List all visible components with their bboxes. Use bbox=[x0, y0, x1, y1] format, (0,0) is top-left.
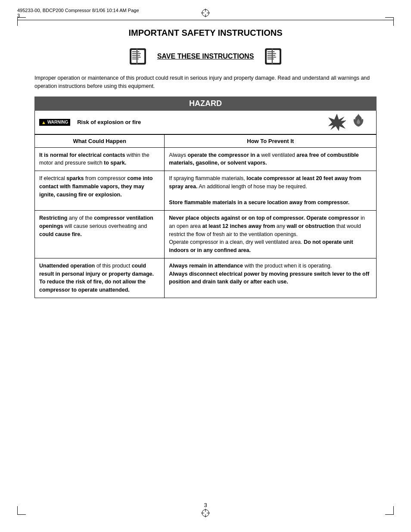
cell-bold: wall or obstruction bbox=[286, 223, 335, 229]
table-cell: Restricting any of the compressor ventil… bbox=[35, 211, 165, 258]
table-cell: Always operate the compressor in a well … bbox=[165, 147, 377, 171]
cell-bold: at least 12 inches away from bbox=[202, 223, 275, 229]
save-text: SAVE THESE INSTRUCTIONS bbox=[157, 53, 254, 60]
svg-rect-20 bbox=[272, 49, 273, 65]
header-left-text: 495233-00, BDCP200 Compressor 8/1/06 10:… bbox=[17, 8, 143, 18]
cell-bold: Always disconnect electrical power by mo… bbox=[169, 271, 369, 285]
explosion-icon bbox=[328, 113, 346, 131]
warning-text: Risk of explosion or fire bbox=[77, 119, 141, 125]
table-row: Unattended operation of this product cou… bbox=[35, 258, 377, 298]
warning-label: WARNING bbox=[47, 120, 68, 124]
cell-bold: Always remain in attendance bbox=[169, 263, 243, 269]
page: 495233-00, BDCP200 Compressor 8/1/06 10:… bbox=[0, 0, 411, 532]
warning-triangle-icon: ▲ bbox=[41, 120, 46, 125]
svg-rect-10 bbox=[132, 57, 140, 58]
cell-bold: come into contact with flammable vapors,… bbox=[39, 175, 153, 198]
cell-bold: It is normal for electrical contacts bbox=[39, 152, 125, 158]
intro-paragraph: Improper operation or maintenance of thi… bbox=[34, 74, 377, 90]
header-bar: 495233-00, BDCP200 Compressor 8/1/06 10:… bbox=[17, 8, 394, 20]
svg-rect-9 bbox=[132, 55, 140, 56]
svg-rect-12 bbox=[136, 49, 137, 65]
table-cell: Never place objects against or on top of… bbox=[165, 211, 377, 258]
cell-bold: could cause fire. bbox=[39, 231, 82, 237]
cell-bold: Unattended operation bbox=[39, 263, 95, 269]
cell-bold: Never place objects against or on top of… bbox=[169, 215, 359, 221]
cell-bold: Store flammable materials in a secure lo… bbox=[169, 199, 349, 205]
svg-rect-7 bbox=[132, 51, 139, 52]
svg-rect-8 bbox=[132, 53, 140, 54]
content-area: IMPORTANT SAFETY INSTRUCTIONS SAVE THESE… bbox=[0, 0, 411, 324]
table-row: It is normal for electrical contacts wit… bbox=[35, 147, 377, 171]
main-title: IMPORTANT SAFETY INSTRUCTIONS bbox=[34, 28, 377, 38]
svg-rect-19 bbox=[268, 59, 274, 59]
book-icon-right bbox=[262, 46, 284, 67]
table-cell: Always remain in attendance with the pro… bbox=[165, 258, 377, 298]
table-cell: If electrical sparks from compressor com… bbox=[35, 171, 165, 211]
safety-table: What Could Happen How To Prevent It It i… bbox=[34, 134, 377, 298]
header-center bbox=[143, 8, 268, 18]
table-cell: It is normal for electrical contacts wit… bbox=[35, 147, 165, 171]
save-instructions-row: SAVE THESE INSTRUCTIONS bbox=[34, 46, 377, 67]
cell-bold: operate the compressor in a bbox=[187, 152, 259, 158]
warning-left: ▲ WARNING Risk of explosion or fire bbox=[39, 119, 141, 126]
warning-icons bbox=[328, 113, 367, 131]
table-row: If electrical sparks from compressor com… bbox=[35, 171, 377, 211]
hazard-header: HAZARD bbox=[34, 96, 377, 111]
corner-mark-tl bbox=[17, 17, 26, 26]
fire-icon bbox=[349, 113, 367, 131]
warning-badge: ▲ WARNING bbox=[39, 119, 70, 126]
cell-bold: sparks bbox=[66, 175, 84, 181]
svg-rect-17 bbox=[268, 55, 275, 56]
svg-marker-21 bbox=[329, 114, 346, 131]
cell-bold: Restricting bbox=[39, 215, 67, 221]
page-number: 3 bbox=[0, 502, 411, 508]
table-cell: If spraying flammable materials, locate … bbox=[165, 171, 377, 211]
warning-container: ▲ WARNING Risk of explosion or fire bbox=[34, 111, 377, 134]
bottom-crosshair-icon bbox=[201, 508, 210, 520]
col1-header: What Could Happen bbox=[35, 134, 165, 147]
svg-rect-15 bbox=[268, 51, 275, 52]
col2-header: How To Prevent It bbox=[165, 134, 377, 147]
cell-bold: locate compressor at least 20 feet away … bbox=[169, 175, 361, 190]
crosshair-icon bbox=[201, 8, 210, 18]
svg-rect-11 bbox=[132, 59, 138, 59]
corner-mark-tr bbox=[385, 17, 394, 26]
book-icon-left bbox=[127, 46, 149, 67]
cell-bold: Do not operate unit indoors or in any co… bbox=[169, 239, 353, 253]
table-row: Restricting any of the compressor ventil… bbox=[35, 211, 377, 258]
cell-bold: to spark. bbox=[104, 160, 126, 166]
table-cell: Unattended operation of this product cou… bbox=[35, 258, 165, 298]
